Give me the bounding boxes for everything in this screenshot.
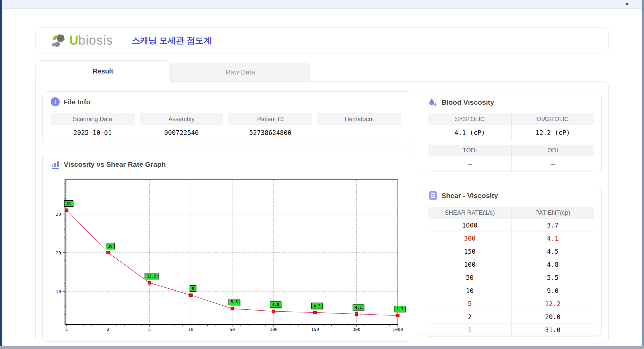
blood-viscosity-value-cell: – (511, 156, 594, 171)
file-info-field: Hematocrit (317, 113, 401, 140)
data-point-marker (65, 209, 68, 212)
tab-result[interactable]: Result (35, 60, 171, 82)
point-label-text: 9 (192, 286, 194, 291)
patient-viscosity-cell: 20.0 (511, 310, 594, 323)
logo-text-biosis: biosis (78, 33, 113, 48)
app-header: U biosis 스캐닝 모세관 점도계 (35, 27, 609, 53)
data-point-marker (396, 314, 399, 317)
shear-viscosity-header: Shear - Viscosity (420, 185, 601, 200)
patient-viscosity-cell: 31.0 (511, 323, 594, 337)
patient-viscosity-cell: 9.0 (511, 284, 594, 297)
viscosity-shear-chart: 312012.295.54.84.54.13.71020301251050100… (43, 173, 412, 341)
file-info-field-value (317, 125, 401, 140)
point-label-text: 4.8 (272, 302, 279, 307)
file-info-header: i File Info (43, 92, 411, 106)
data-point-marker (148, 281, 151, 284)
shear-table-row: 1004.8 (428, 258, 594, 271)
data-point-marker (190, 294, 193, 297)
shear-table-row: 220.0 (428, 310, 594, 323)
blood-viscosity-header-cell: SYSTOLIC (428, 113, 511, 125)
patient-viscosity-cell: 5.5 (511, 271, 594, 284)
point-label-text: 31 (66, 201, 71, 206)
patient-viscosity-cell: 4.1 (511, 232, 594, 245)
point-label-text: 4.1 (355, 305, 362, 310)
shear-table-row: 3004.1 (428, 232, 594, 245)
point-label-text: 12.2 (147, 274, 156, 279)
x-axis-tick-label: 150 (311, 327, 319, 332)
shear-table-header-cell: PATIENT(cp) (511, 207, 594, 219)
shear-table-header-row: SHEAR RATE(1/s)PATIENT(cp) (428, 207, 594, 219)
y-axis-tick-label: 30 (56, 212, 61, 217)
shear-viscosity-card: Shear - Viscosity SHEAR RATE(1/s)PATIENT… (420, 185, 602, 336)
close-icon[interactable]: × (625, 1, 629, 8)
data-point-marker (107, 251, 110, 254)
shear-table-row: 10003.7 (428, 219, 594, 232)
shear-rate-cell: 100 (428, 258, 511, 271)
x-axis-tick-label: 5 (148, 327, 151, 332)
patient-viscosity-cell: 12.2 (511, 297, 594, 310)
logo-text-u: U (69, 33, 78, 48)
point-label-text: 4.5 (314, 304, 321, 308)
tab-result-label: Result (93, 67, 113, 75)
file-info-field-label: Scanning Date (51, 113, 135, 125)
blood-viscosity-table: SYSTOLICDIASTOLIC4.1 (cP)12.2 (cP) (428, 113, 594, 140)
blood-viscosity-header-cell: TODI (428, 145, 511, 156)
window-right-edge (642, 0, 644, 347)
blood-viscosity-value-cell: – (428, 156, 511, 171)
x-axis-tick-label: 50 (230, 327, 235, 332)
ubiosis-logo-icon (52, 33, 68, 48)
patient-viscosity-cell: 4.8 (511, 258, 594, 271)
shear-rate-cell: 10 (428, 284, 511, 297)
shear-rate-cell: 300 (428, 232, 511, 245)
file-info-field: Patient ID52738624800 (228, 113, 312, 140)
blood-viscosity-value-cell: 12.2 (cP) (511, 125, 594, 140)
x-axis-tick-label: 2 (107, 327, 109, 332)
file-info-fields: Scanning Date2025-10-01Assembly000722540… (51, 113, 401, 140)
point-label-text: 3.7 (396, 307, 404, 311)
point-label-text: 5.5 (231, 300, 238, 304)
blood-viscosity-tables: SYSTOLICDIASTOLIC4.1 (cP)12.2 (cP)TODIOD… (428, 113, 594, 176)
shear-rate-cell: 150 (428, 245, 511, 258)
shear-rate-cell: 5 (428, 297, 511, 310)
shear-table-row: 131.0 (428, 323, 594, 337)
shear-table-row: 1504.5 (428, 245, 594, 258)
shear-rate-cell: 1000 (428, 219, 511, 232)
file-info-field-value: 000722540 (140, 125, 223, 140)
tab-raw-data-label: Raw Data (226, 68, 255, 76)
app-window: × U biosis 스캐닝 모세관 점도계 Result Raw Data i… (0, 0, 644, 349)
shear-rate-cell: 2 (428, 310, 511, 323)
shear-rate-cell: 50 (428, 271, 511, 284)
file-info-field: Scanning Date2025-10-01 (51, 113, 135, 140)
file-info-field-value: 2025-10-01 (51, 125, 135, 140)
y-axis-tick-label: 20 (56, 250, 61, 255)
x-axis-tick-label: 100 (270, 327, 277, 332)
file-info-field-label: Hematocrit (317, 113, 401, 125)
shear-table-header-cell: SHEAR RATE(1/s) (428, 207, 511, 219)
tab-raw-data[interactable]: Raw Data (171, 63, 310, 81)
file-info-title: File Info (63, 98, 91, 106)
calculator-icon (428, 191, 438, 200)
window-titlebar: × (0, 0, 644, 9)
bar-chart-icon (51, 160, 60, 169)
shear-table-row: 109.0 (428, 284, 594, 297)
x-axis-tick-label: 10 (188, 327, 194, 332)
x-axis-tick-label: 1000 (392, 327, 403, 332)
file-info-card: i File Info Scanning Date2025-10-01Assem… (42, 91, 411, 145)
blood-viscosity-card: Blood Viscosity SYSTOLICDIASTOLIC4.1 (cP… (420, 92, 602, 174)
viscosity-graph-card: Viscosity vs Shear Rate Graph 312012.295… (42, 154, 411, 342)
patient-viscosity-cell: 4.5 (511, 245, 594, 258)
x-axis-tick-label: 300 (353, 327, 360, 332)
blood-viscosity-title: Blood Viscosity (441, 98, 494, 106)
blood-viscosity-header-row: TODIODI (428, 145, 594, 156)
app-title-korean: 스캐닝 모세관 점도계 (132, 35, 212, 46)
blood-viscosity-value-row: 4.1 (cP)12.2 (cP) (428, 125, 594, 140)
blood-viscosity-header-cell: ODI (511, 145, 594, 156)
shear-rate-cell: 1 (428, 323, 511, 337)
data-point-marker (355, 312, 358, 315)
window-left-edge (0, 0, 2, 347)
shear-viscosity-title: Shear - Viscosity (441, 192, 498, 200)
blood-viscosity-header: Blood Viscosity (420, 92, 601, 107)
blood-viscosity-table: TODIODI–– (428, 145, 594, 171)
blood-viscosity-value-cell: 4.1 (cP) (428, 125, 511, 140)
blood-viscosity-value-row: –– (428, 156, 594, 171)
